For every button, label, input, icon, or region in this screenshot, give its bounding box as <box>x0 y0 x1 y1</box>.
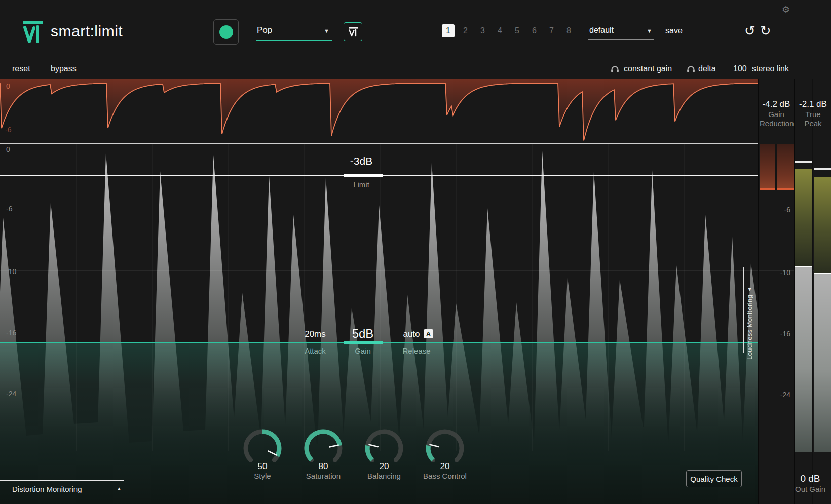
true-peak-hold-right <box>814 168 831 170</box>
undo-icon: ↺ <box>744 23 756 38</box>
preset-slot-5[interactable]: 5 <box>511 24 523 37</box>
preset-slot-6[interactable]: 6 <box>528 24 541 37</box>
attack-value[interactable]: 20ms <box>295 329 335 339</box>
peak-meter-right <box>814 177 831 273</box>
reset-button[interactable]: reset <box>12 64 30 73</box>
record-dot-icon <box>219 25 233 39</box>
loudness-monitoring-label: Loudness Monitoring <box>746 295 753 360</box>
time-gridline <box>608 144 609 451</box>
constant-gain-toggle[interactable]: constant gain <box>624 64 672 73</box>
settings-icon[interactable]: ⚙ <box>782 4 790 15</box>
delta-toggle[interactable]: delta <box>698 64 716 73</box>
rms-meter-right <box>814 273 831 452</box>
time-gridline <box>304 144 305 451</box>
preset-slot-4[interactable]: 4 <box>494 24 506 37</box>
sonible-mark-icon <box>348 26 359 37</box>
preset-dropdown[interactable]: default <box>589 26 614 35</box>
learning-record-button[interactable] <box>213 19 239 45</box>
meter-channel-divider <box>812 79 813 504</box>
db-scale-label-right: -10 <box>770 268 790 277</box>
knob-style[interactable]: 50 Style <box>238 426 287 477</box>
gain-reduction-meter-notch <box>775 144 777 190</box>
out-gain-value[interactable]: 0 dB <box>790 473 830 484</box>
knob-bass-control[interactable]: 20 Bass Control <box>421 426 469 477</box>
gain-label: Gain <box>337 346 388 355</box>
true-peak-readout: -2.1 dB <box>795 99 831 109</box>
graph-top-border <box>0 79 831 79</box>
true-peak-readout-label: TruePeak <box>795 110 831 128</box>
gridline <box>0 393 831 393</box>
time-gridline <box>684 144 685 451</box>
peak-meter-left <box>795 169 812 266</box>
gr-gridline <box>0 115 759 115</box>
sonible-logo-icon <box>23 20 45 44</box>
genre-dropdown[interactable]: Pop <box>257 25 272 35</box>
limit-value[interactable]: -3dB <box>336 155 387 167</box>
stereo-link-value[interactable]: 100 <box>733 64 747 73</box>
genre-dropdown-caret-icon[interactable]: ▼ <box>324 28 329 34</box>
gr-scale-0: 0 <box>6 82 10 90</box>
gear-icon: ⚙ <box>782 5 790 15</box>
time-gridline <box>76 144 77 451</box>
limit-label: Limit <box>336 180 387 189</box>
knob-label: Balancing <box>360 472 408 480</box>
gain-handle[interactable] <box>344 341 383 344</box>
loudness-monitoring-line <box>743 267 744 353</box>
gain-value[interactable]: 5dB <box>337 327 388 341</box>
preset-slot-1[interactable]: 1 <box>442 24 455 37</box>
distortion-monitoring-expander[interactable]: Distortion Monitoring ▲ <box>12 485 125 493</box>
gridline <box>0 270 831 271</box>
db-scale-label-left: -10 <box>6 267 16 276</box>
release-label: Release <box>391 346 442 355</box>
db-scale-label-left: -16 <box>6 329 16 337</box>
gain-reduction-history-graph <box>0 79 759 143</box>
stereo-link-label: stereo link <box>752 64 789 73</box>
preset-slot-row: 12345678 <box>442 24 575 37</box>
db-scale-label-left: -24 <box>6 390 16 398</box>
db-scale-label-right: -24 <box>770 391 790 399</box>
preset-slot-7[interactable]: 7 <box>545 24 558 37</box>
bypass-button[interactable]: bypass <box>51 64 77 73</box>
gridline <box>0 208 831 208</box>
knob-label: Bass Control <box>421 472 469 480</box>
knob-balancing[interactable]: 20 Balancing <box>360 426 408 477</box>
preset-slot-3[interactable]: 3 <box>476 24 489 37</box>
gr-scale-minus6: -6 <box>5 126 11 134</box>
db-scale-label-left: -6 <box>6 205 12 213</box>
out-gain-label: Out Gain <box>790 485 830 494</box>
gain-reduction-readout: -4.2 dB <box>760 99 793 109</box>
preset-slot-8[interactable]: 8 <box>562 24 575 37</box>
db-scale-label-right: -16 <box>770 330 790 338</box>
distortion-monitoring-line <box>0 480 124 481</box>
expand-up-icon: ▲ <box>747 287 752 292</box>
preset-row-underline <box>443 40 551 40</box>
preset-slot-2[interactable]: 2 <box>459 24 472 37</box>
loudness-monitoring-expander[interactable]: Loudness Monitoring ▲ <box>746 260 753 360</box>
true-peak-hold-left <box>795 161 812 163</box>
expand-up-icon: ▲ <box>117 486 122 491</box>
knob-label: Saturation <box>299 472 348 480</box>
redo-button[interactable]: ↻ <box>760 25 771 36</box>
gain-reduction-meter <box>760 144 794 190</box>
time-gridline <box>380 144 381 451</box>
redo-icon: ↻ <box>760 23 771 38</box>
gr-main-separator <box>0 143 759 144</box>
time-gridline <box>456 144 457 451</box>
undo-button[interactable]: ↺ <box>744 25 756 36</box>
knob-label: Style <box>238 472 287 480</box>
smart-limit-plugin-window: ⚙ smart:limit Pop ▼ 12345678 default ▼ s… <box>0 0 831 504</box>
preset-dropdown-caret-icon[interactable]: ▼ <box>647 28 652 34</box>
rms-meter-left <box>795 266 812 452</box>
save-button[interactable]: save <box>665 26 683 35</box>
gain-reduction-readout-label: GainReduction <box>760 110 793 128</box>
knob-saturation[interactable]: 80 Saturation <box>299 426 348 477</box>
gridline <box>0 451 831 451</box>
release-auto-badge[interactable]: A <box>424 329 433 338</box>
db-scale-label-left: 0 <box>6 145 10 153</box>
limit-handle[interactable] <box>344 174 383 177</box>
time-gridline <box>532 144 533 451</box>
headphones-icon <box>687 65 695 73</box>
quality-check-button[interactable]: Quality Check <box>686 470 742 487</box>
panel-divider <box>758 79 759 504</box>
profile-button[interactable] <box>344 22 362 41</box>
